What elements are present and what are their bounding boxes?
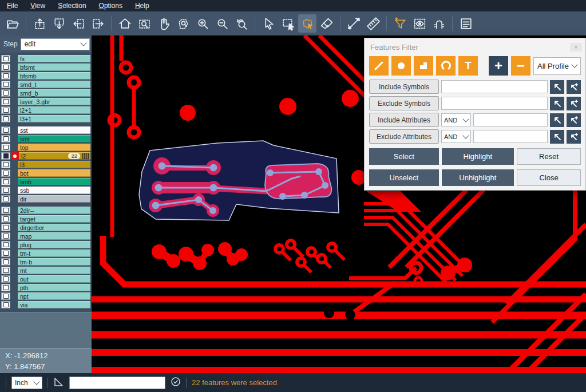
layer-row[interactable]: sst: [0, 126, 92, 134]
command-input[interactable]: [69, 377, 165, 389]
include-symbols-button[interactable]: Include Symbols: [369, 80, 439, 94]
layer-row[interactable]: dir: [0, 195, 92, 203]
layer-row[interactable]: ssb: [0, 186, 92, 195]
layer-visibility-checkbox[interactable]: [1, 55, 10, 62]
arc-feature-button[interactable]: [436, 56, 456, 76]
layer-row[interactable]: smd_t: [0, 80, 92, 89]
layer-name[interactable]: 2dir--: [18, 207, 90, 214]
layer-row[interactable]: plug: [0, 240, 92, 249]
include-symbols-input[interactable]: [441, 80, 548, 93]
unselect-button[interactable]: Unselect: [369, 169, 439, 186]
layer-visibility-checkbox[interactable]: [1, 126, 10, 134]
layer-row-selected[interactable]: l2 22: [0, 152, 92, 160]
exclude-symbols-button[interactable]: Exclude Symbols: [369, 96, 439, 110]
layer-name[interactable]: sst: [18, 126, 90, 134]
pan-down-icon[interactable]: [50, 14, 68, 33]
layer-visibility-checkbox[interactable]: [1, 195, 10, 203]
layer-name[interactable]: pth: [18, 284, 90, 291]
layer-visibility-checkbox[interactable]: [1, 224, 10, 231]
layer-row[interactable]: bfsmt: [0, 63, 92, 72]
add-filter-button[interactable]: +: [489, 56, 508, 76]
layer-visibility-checkbox[interactable]: [1, 284, 10, 291]
layer-visibility-checkbox[interactable]: [1, 267, 10, 274]
layer-visibility-checkbox[interactable]: [1, 152, 10, 160]
layer-row[interactable]: target: [0, 215, 92, 223]
measure-points-icon[interactable]: [345, 14, 363, 33]
zoom-out-icon[interactable]: [213, 14, 231, 33]
exclude-attributes-operator-select[interactable]: AND: [441, 130, 471, 143]
layer-name[interactable]: bot: [18, 169, 90, 177]
rectangle-select-icon[interactable]: [279, 14, 297, 33]
layer-row[interactable]: top: [0, 143, 92, 152]
layer-visibility-checkbox[interactable]: [1, 241, 10, 248]
status-check-icon[interactable]: [171, 377, 181, 389]
pointer-select-icon[interactable]: [259, 14, 278, 33]
pick-symbol-icon[interactable]: [550, 80, 564, 94]
layer-name[interactable]: npt: [18, 292, 90, 300]
layer-visibility-checkbox[interactable]: [1, 161, 10, 168]
layer-name[interactable]: top: [18, 144, 90, 151]
reset-button[interactable]: Reset: [517, 148, 581, 165]
include-attributes-operator-select[interactable]: AND: [441, 113, 471, 126]
include-attributes-button[interactable]: Include Attributes: [369, 113, 439, 127]
menu-help[interactable]: Help: [135, 2, 149, 10]
layer-visibility-checkbox[interactable]: [1, 72, 10, 80]
layer-visibility-checkbox[interactable]: [1, 232, 10, 240]
include-attributes-input[interactable]: [473, 113, 548, 126]
layer-visibility-checkbox[interactable]: [1, 169, 10, 177]
polygon-select-icon[interactable]: [298, 14, 316, 33]
layer-row[interactable]: pth: [0, 283, 92, 292]
zoom-previous-icon[interactable]: [232, 14, 251, 33]
layer-row[interactable]: smd_b: [0, 89, 92, 97]
menu-view[interactable]: View: [30, 2, 45, 10]
units-select[interactable]: Inch: [11, 377, 42, 389]
layer-row[interactable]: fx: [0, 54, 92, 63]
layer-name[interactable]: tm-b: [18, 258, 90, 266]
layer-visibility-checkbox[interactable]: [1, 106, 10, 114]
pick-symbol-icon[interactable]: [550, 97, 564, 110]
pick-attribute-icon[interactable]: [550, 130, 564, 144]
layer-row[interactable]: out: [0, 275, 92, 283]
layer-row[interactable]: npt: [0, 292, 92, 300]
layer-name[interactable]: smt: [18, 135, 90, 142]
profile-select[interactable]: All Profile: [533, 57, 581, 75]
zoom-in-icon[interactable]: [193, 14, 212, 33]
layer-name[interactable]: ssb: [18, 187, 90, 194]
pan-up-icon[interactable]: [30, 14, 49, 33]
layer-row[interactable]: via: [0, 300, 92, 309]
layer-name[interactable]: plug: [18, 241, 90, 248]
layer-name[interactable]: l3: [18, 161, 90, 168]
layer-row[interactable]: l3+1: [0, 114, 92, 123]
layer-name[interactable]: smb: [18, 178, 90, 185]
layer-name[interactable]: mt: [18, 267, 90, 274]
layer-name[interactable]: bfsmb: [18, 72, 90, 80]
measure-ruler-icon[interactable]: [364, 14, 382, 33]
layer-name[interactable]: target: [18, 215, 90, 223]
layer-visibility-checkbox[interactable]: [1, 81, 10, 88]
pan-hand-icon[interactable]: [155, 14, 173, 33]
layer-row[interactable]: bfsmb: [0, 72, 92, 80]
layer-name[interactable]: out: [18, 275, 90, 283]
pick-add-symbol-icon[interactable]: [567, 97, 581, 110]
menu-selection[interactable]: Selection: [58, 2, 86, 10]
layer-row[interactable]: layer_3.gbr: [0, 97, 92, 106]
remove-filter-button[interactable]: −: [511, 56, 530, 76]
layer-name[interactable]: smd_b: [18, 89, 90, 97]
dialog-titlebar[interactable]: Features Filter ×: [365, 38, 585, 54]
layer-name[interactable]: via: [18, 301, 90, 308]
layer-row[interactable]: l3: [0, 160, 92, 169]
layer-row[interactable]: l2+1: [0, 106, 92, 114]
layer-name[interactable]: bfsmt: [18, 64, 90, 71]
layer-name[interactable]: tm-t: [18, 250, 90, 257]
view-options-icon[interactable]: [410, 14, 429, 33]
layer-visibility-checkbox[interactable]: [1, 178, 10, 185]
layer-row[interactable]: smt: [0, 134, 92, 143]
clear-highlight-icon[interactable]: [318, 14, 336, 33]
text-feature-button[interactable]: T: [458, 56, 478, 76]
layer-visibility-checkbox[interactable]: [1, 144, 10, 151]
exclude-attributes-input[interactable]: [473, 130, 548, 143]
layer-name[interactable]: smd_t: [18, 81, 90, 88]
layer-name[interactable]: l2+1: [18, 106, 90, 114]
angle-measure-icon[interactable]: [53, 377, 64, 389]
exclude-attributes-button[interactable]: Exclude Attributes: [369, 129, 439, 144]
